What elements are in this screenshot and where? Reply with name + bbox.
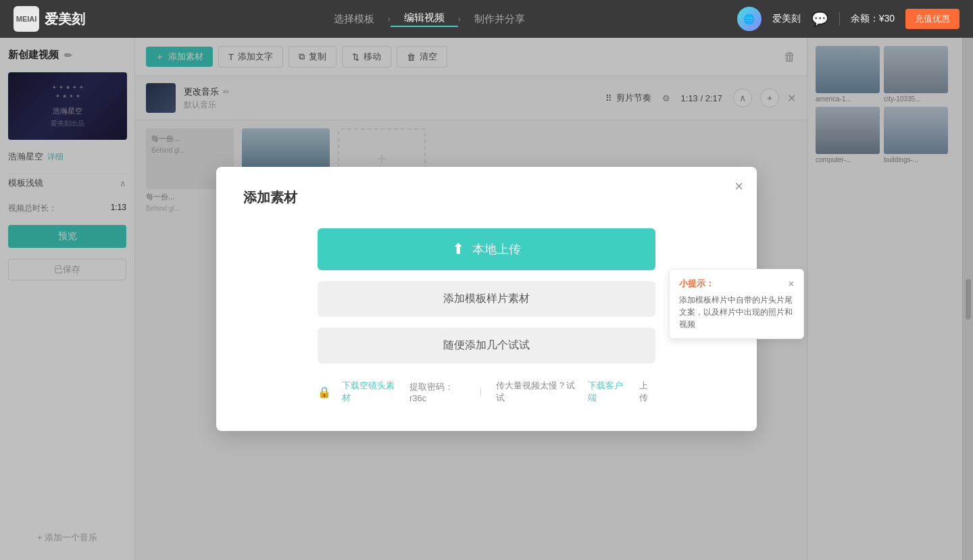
balance-display: 余额：¥30	[851, 13, 895, 25]
nav-step-share[interactable]: 制作并分享	[461, 13, 539, 26]
brand-name: 爱美刻	[45, 10, 85, 28]
nav-step-template[interactable]: 选择模板	[320, 13, 388, 26]
nav-step-edit[interactable]: 编辑视频	[391, 11, 458, 27]
logo-area: MEIAI 爱美刻	[14, 6, 122, 32]
avatar: 🌐	[737, 7, 762, 31]
local-upload-button[interactable]: ⬆ 本地上传	[318, 228, 655, 270]
tooltip-title-text: 小提示：	[679, 278, 714, 290]
extract-code-text: 提取密码：r36c	[409, 382, 453, 403]
client-download-link[interactable]: 下载客户端	[588, 380, 628, 404]
lock-icon: 🔒	[318, 386, 331, 399]
recharge-button[interactable]: 充值优惠	[905, 9, 959, 29]
tooltip-box: 小提示： × 添加模板样片中自带的片头片尾文案，以及样片中出现的照片和视频	[669, 269, 804, 339]
modal-title: 添加素材	[243, 188, 730, 207]
main-layout: 新创建视频 ✏ ✦ ✦ ★ ✦ ✦ ✦ ★ ✦ ✦ 浩瀚星空 爱美刻	[0, 38, 973, 560]
random-add-button[interactable]: 随便添加几个试试	[318, 328, 655, 363]
modal-overlay: 添加素材 × ⬆ 本地上传 添加模板样片素材 随便添加几个试试 小提示： × 添…	[0, 38, 973, 560]
logo-icon: MEIAI	[14, 6, 39, 32]
nav-step-template-label: 选择模板	[334, 13, 374, 26]
download-lens-link[interactable]: 下载空镜头素材	[342, 380, 399, 404]
modal-buttons: ⬆ 本地上传 添加模板样片素材 随便添加几个试试 小提示： × 添加模板样片中自…	[318, 228, 655, 363]
top-navigation: MEIAI 爱美刻 选择模板 › 编辑视频 › 制作并分享 🌐 爱美刻 💬 余额…	[0, 0, 973, 38]
nav-steps: 选择模板 › 编辑视频 › 制作并分享	[122, 11, 737, 27]
upload-button-label: 本地上传	[472, 241, 521, 257]
user-name[interactable]: 爱美刻	[772, 13, 801, 25]
tooltip-title: 小提示： ×	[679, 278, 794, 290]
upload-icon: ⬆	[452, 240, 464, 258]
upload-suffix-text: 上传	[639, 380, 655, 404]
extract-code: 提取密码：r36c	[409, 381, 466, 403]
tooltip-text: 添加模板样片中自带的片头片尾文案，以及样片中出现的照片和视频	[679, 294, 794, 330]
nav-right: 🌐 爱美刻 💬 余额：¥30 充值优惠	[737, 7, 959, 31]
upload-slow-text: 传大量视频太慢？试试	[496, 380, 577, 404]
tooltip-close-button[interactable]: ×	[789, 278, 794, 289]
logo-text: MEIAI	[16, 15, 37, 23]
footer-separator: ｜	[476, 386, 485, 398]
modal-close-button[interactable]: ×	[734, 179, 743, 194]
nav-step-edit-label: 编辑视频	[404, 11, 445, 24]
template-sample-button[interactable]: 添加模板样片素材	[318, 281, 655, 317]
modal-footer: 🔒 下载空镜头素材 提取密码：r36c ｜ 传大量视频太慢？试试 下载客户端 上…	[318, 380, 655, 404]
nav-step-share-label: 制作并分享	[474, 13, 525, 26]
divider	[839, 12, 840, 26]
modal-box: 添加素材 × ⬆ 本地上传 添加模板样片素材 随便添加几个试试 小提示： × 添…	[216, 167, 757, 431]
message-icon[interactable]: 💬	[812, 11, 828, 27]
